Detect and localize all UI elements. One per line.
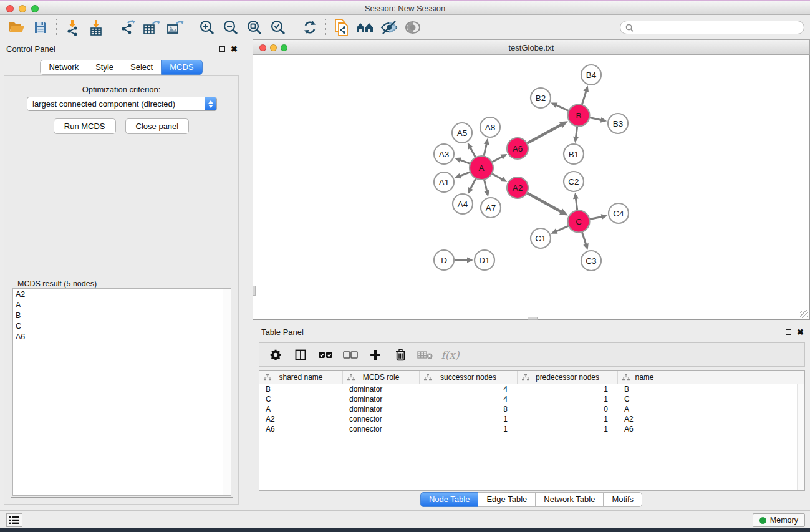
tab-select[interactable]: Select	[122, 60, 162, 75]
zoom-fit-icon[interactable]	[243, 17, 266, 37]
float-panel-icon[interactable]	[219, 46, 225, 52]
column-header-predecessor-nodes[interactable]: predecessor nodes	[518, 371, 618, 384]
network-from-selection-icon[interactable]	[330, 17, 354, 37]
graph-node-A2[interactable]: A2	[507, 177, 528, 198]
table-row[interactable]: A6connector11A6	[259, 424, 804, 434]
table-panel-tabs: Node TableEdge TableNetwork TableMotifs	[253, 492, 810, 507]
splitter-handle[interactable]	[253, 286, 256, 296]
graph-node-C4[interactable]: C4	[609, 203, 629, 223]
graph-node-C[interactable]: C	[568, 211, 590, 233]
graph-node-C3[interactable]: C3	[581, 251, 601, 271]
graph-node-B[interactable]: B	[568, 105, 590, 127]
deselect-all-checks-icon[interactable]	[339, 346, 362, 364]
function-builder-icon[interactable]: f(x)	[439, 346, 461, 364]
mcds-result-item[interactable]: A	[13, 299, 231, 310]
network-window-titlebar[interactable]: testGlobe.txt	[253, 39, 810, 55]
tab-network[interactable]: Network	[40, 60, 87, 75]
graph-node-A4[interactable]: A4	[453, 194, 473, 214]
table-options-gear-icon[interactable]	[264, 346, 287, 364]
tab-motifs[interactable]: Motifs	[603, 492, 642, 507]
graph-node-B2[interactable]: B2	[531, 88, 551, 108]
mcds-result-item[interactable]: B	[13, 310, 231, 321]
graph-node-D[interactable]: D	[434, 250, 454, 270]
show-graphics-details-icon[interactable]	[401, 17, 425, 37]
graph-node-B4[interactable]: B4	[581, 65, 601, 85]
network-graph[interactable]: AA1A3A5A8A4A7A6A2BB1B2B3B4CC1C2C3C4DD1	[253, 55, 809, 319]
resize-grip-icon[interactable]	[800, 310, 808, 318]
export-image-icon[interactable]	[163, 17, 187, 37]
graph-node-B3[interactable]: B3	[608, 114, 628, 133]
splitter-handle[interactable]	[528, 317, 538, 320]
tab-style[interactable]: Style	[87, 60, 122, 75]
float-table-panel-icon[interactable]	[786, 329, 791, 335]
zoom-out-icon[interactable]	[219, 17, 243, 37]
svg-text:A1: A1	[439, 178, 450, 187]
desktop-background	[0, 528, 810, 532]
table-cell: B	[259, 385, 343, 394]
list-scrollbar[interactable]	[223, 289, 231, 495]
show-column-icon[interactable]	[289, 346, 312, 364]
tab-edge-table[interactable]: Edge Table	[478, 492, 536, 507]
open-session-icon[interactable]	[5, 17, 29, 37]
task-history-button[interactable]	[6, 513, 22, 527]
graph-node-A[interactable]: A	[470, 156, 493, 180]
close-panel-icon[interactable]: ✖	[231, 46, 238, 52]
zoom-selected-icon[interactable]	[266, 17, 290, 37]
column-header-shared-name[interactable]: shared name	[259, 371, 343, 384]
delete-table-icon[interactable]	[414, 346, 436, 364]
node-table[interactable]: shared nameMCDS rolesuccessor nodesprede…	[259, 370, 805, 491]
app-title: Session: New Session	[0, 4, 810, 13]
optimization-criterion-label: Optimization criterion:	[4, 85, 238, 94]
optimization-select[interactable]: largest connected component (directed)	[27, 97, 217, 111]
mcds-result-item[interactable]: A6	[13, 331, 231, 342]
graph-node-B1[interactable]: B1	[564, 144, 584, 164]
hide-selected-icon[interactable]	[377, 17, 401, 37]
select-all-checks-icon[interactable]	[314, 346, 337, 364]
close-panel-button[interactable]: Close panel	[125, 118, 190, 134]
network-canvas[interactable]: AA1A3A5A8A4A7A6A2BB1B2B3B4CC1C2C3C4DD1	[253, 55, 810, 320]
table-row[interactable]: Cdominator41C	[259, 394, 804, 404]
graph-node-A3[interactable]: A3	[434, 144, 454, 164]
search-input[interactable]	[634, 23, 804, 32]
delete-column-icon[interactable]	[389, 346, 412, 364]
tab-mcds[interactable]: MCDS	[161, 60, 202, 75]
table-cell: 1	[518, 395, 618, 404]
graph-node-A6[interactable]: A6	[507, 138, 528, 159]
tab-network-table[interactable]: Network Table	[535, 492, 604, 507]
graph-node-D1[interactable]: D1	[475, 250, 494, 270]
mcds-result-item[interactable]: C	[13, 321, 231, 331]
graph-node-A8[interactable]: A8	[480, 117, 500, 137]
zoom-in-icon[interactable]	[195, 17, 219, 37]
graph-node-C1[interactable]: C1	[531, 228, 551, 248]
table-scrollbar[interactable]	[797, 384, 804, 490]
svg-text:A6: A6	[513, 144, 523, 153]
save-session-icon[interactable]	[29, 17, 52, 37]
graph-node-A7[interactable]: A7	[481, 198, 501, 218]
tab-node-table[interactable]: Node Table	[420, 492, 479, 507]
table-row[interactable]: A2connector11A2	[259, 414, 804, 424]
close-table-panel-icon[interactable]: ✖	[797, 329, 804, 335]
run-mcds-button[interactable]: Run MCDS	[54, 118, 116, 134]
application-window: Session: New Session	[0, 0, 810, 532]
column-header-MCDS-role[interactable]: MCDS role	[343, 371, 420, 384]
refresh-view-icon[interactable]	[298, 17, 322, 37]
graph-node-A1[interactable]: A1	[434, 172, 454, 192]
table-row[interactable]: Adominator80A	[259, 404, 804, 414]
table-body: Bdominator41BCdominator41CAdominator80AA…	[259, 384, 804, 434]
export-table-icon[interactable]	[140, 17, 163, 37]
export-network-icon[interactable]	[116, 17, 140, 37]
mcds-result-list[interactable]: A2ABCA6	[12, 288, 231, 496]
first-neighbors-icon[interactable]	[354, 17, 377, 37]
graph-node-A5[interactable]: A5	[452, 123, 472, 143]
table-cell: 0	[518, 405, 618, 414]
graph-node-C2[interactable]: C2	[564, 172, 584, 191]
svg-text:A5: A5	[457, 128, 468, 138]
table-row[interactable]: Bdominator41B	[259, 384, 804, 394]
mcds-result-item[interactable]: A2	[13, 289, 231, 299]
column-header-name[interactable]: name	[618, 371, 671, 384]
column-header-successor-nodes[interactable]: successor nodes	[420, 371, 518, 384]
import-network-icon[interactable]	[60, 17, 84, 37]
add-column-icon[interactable]	[364, 346, 387, 364]
import-table-icon[interactable]	[84, 17, 108, 37]
memory-button[interactable]: Memory	[753, 513, 805, 527]
